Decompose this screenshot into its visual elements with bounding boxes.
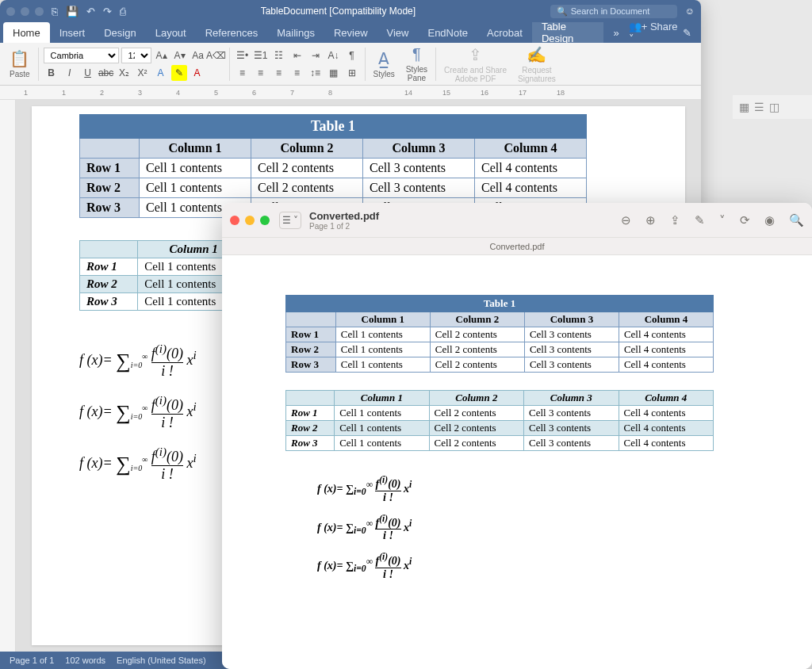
strike-icon[interactable]: abc xyxy=(98,65,114,81)
dropdown-icon[interactable]: ˅ xyxy=(719,213,726,227)
text-effect-icon[interactable]: A xyxy=(153,65,169,81)
increase-indent-icon[interactable]: ⇥ xyxy=(308,48,324,63)
pdf-table-1: Table 1 Column 1 Column 2 Column 3 Colum… xyxy=(285,295,714,373)
table1-title[interactable]: Table 1 xyxy=(80,115,587,139)
zoom-out-icon[interactable]: ⊖ xyxy=(621,213,631,227)
tab-mailings[interactable]: Mailings xyxy=(267,22,324,43)
zoom-in-icon[interactable]: ⊕ xyxy=(645,213,656,227)
tab-view[interactable]: View xyxy=(377,22,419,43)
font-size-select[interactable]: 12 xyxy=(121,48,151,63)
shading-icon[interactable]: ▦ xyxy=(326,65,342,81)
numbering-icon[interactable]: ☰1 xyxy=(253,48,269,63)
tab-layout[interactable]: Layout xyxy=(146,22,196,43)
tab-design[interactable]: Design xyxy=(94,22,145,43)
search-icon[interactable]: 🔍 xyxy=(789,213,804,227)
pdf-equation-2: f (x)= ∑i=0∞ f(i)(0)i ! xi xyxy=(317,514,717,543)
tab-overflow[interactable]: » xyxy=(603,22,628,43)
word-count[interactable]: 102 words xyxy=(65,656,105,665)
language-indicator[interactable]: English (United States) xyxy=(117,656,206,665)
styles-icon[interactable]: A̲ xyxy=(378,49,389,68)
tab-endnote[interactable]: EndNote xyxy=(418,22,477,43)
align-center-icon[interactable]: ≡ xyxy=(253,65,269,81)
comments-icon[interactable]: ✎ xyxy=(683,27,691,39)
line-spacing-icon[interactable]: ↕≡ xyxy=(308,65,324,81)
sort-icon[interactable]: A↓ xyxy=(326,48,342,63)
share-icon[interactable]: ⇪ xyxy=(670,213,680,227)
highlight-icon[interactable]: ◉ xyxy=(764,213,775,227)
horizontal-ruler[interactable]: 1 1 2 3 4 5 6 7 8 14 15 16 17 18 xyxy=(0,86,701,100)
pdf-equation-1: f (x)= ∑i=0∞ f(i)(0)i ! xi xyxy=(317,475,717,504)
italic-icon[interactable]: I xyxy=(62,65,78,81)
save-icon[interactable]: 💾 xyxy=(66,6,79,17)
document-title: TableDocument [Compatibility Mode] xyxy=(126,6,550,17)
subscript-icon[interactable]: X₂ xyxy=(117,65,132,81)
bullets-icon[interactable]: ☰• xyxy=(235,48,251,63)
styles-pane-icon[interactable]: ¶ xyxy=(412,45,421,63)
show-marks-icon[interactable]: ¶ xyxy=(344,48,360,63)
preview-toolbar: ⊖ ⊕ ⇪ ✎ ˅ ⟳ ◉ 🔍 xyxy=(621,213,804,227)
tab-references[interactable]: References xyxy=(196,22,267,43)
autosave-icon[interactable]: ⎘ xyxy=(52,6,58,17)
increase-font-icon[interactable]: A▴ xyxy=(154,48,170,63)
pdf-page[interactable]: Table 1 Column 1 Column 2 Column 3 Colum… xyxy=(222,255,812,669)
clear-format-icon[interactable]: A⌫ xyxy=(209,48,224,63)
tab-review[interactable]: Review xyxy=(324,22,377,43)
preview-traffic-lights[interactable] xyxy=(230,216,270,225)
undo-icon[interactable]: ↶ xyxy=(86,6,95,17)
pdf-page-indicator: Page 1 of 2 xyxy=(309,222,621,231)
signatures-icon[interactable]: ✍ xyxy=(527,45,546,64)
decrease-font-icon[interactable]: A▾ xyxy=(172,48,188,63)
justify-icon[interactable]: ≡ xyxy=(289,65,305,81)
align-right-icon[interactable]: ≡ xyxy=(271,65,287,81)
redo-icon[interactable]: ↷ xyxy=(103,6,112,17)
tab-insert[interactable]: Insert xyxy=(50,22,95,43)
ribbon-tabs: Home Insert Design Layout References Mai… xyxy=(0,22,701,43)
rotate-icon[interactable]: ⟳ xyxy=(740,213,750,227)
background-toolbar: ▦ ☰ ◫ xyxy=(733,95,812,119)
decrease-indent-icon[interactable]: ⇤ xyxy=(289,48,305,63)
font-name-select[interactable]: Cambria xyxy=(44,48,119,63)
vertical-ruler[interactable] xyxy=(0,100,16,652)
word-titlebar: ⎘ 💾 ↶ ↷ ⎙ TableDocument [Compatibility M… xyxy=(0,0,701,22)
align-left-icon[interactable]: ≡ xyxy=(235,65,251,81)
change-case-icon[interactable]: Aa xyxy=(190,48,206,63)
pdf-equation-3: f (x)= ∑i=0∞ f(i)(0)i ! xi xyxy=(317,552,717,581)
superscript-icon[interactable]: X² xyxy=(135,65,151,81)
paste-icon[interactable]: 📋 xyxy=(10,49,29,68)
borders-icon[interactable]: ⊞ xyxy=(344,65,360,81)
font-color-icon[interactable]: A xyxy=(190,65,205,81)
share-button[interactable]: 👥+ Share ˅ xyxy=(629,21,678,44)
print-icon[interactable]: ⎙ xyxy=(120,6,126,17)
underline-icon[interactable]: U xyxy=(80,65,96,81)
quick-access-toolbar[interactable]: ⎘ 💾 ↶ ↷ ⎙ xyxy=(52,6,126,17)
page-indicator[interactable]: Page 1 of 1 xyxy=(10,656,54,665)
account-icon[interactable]: ☺ xyxy=(685,6,695,17)
sidebar-toggle-icon[interactable]: ☰ ˅ xyxy=(279,212,301,229)
tab-acrobat[interactable]: Acrobat xyxy=(477,22,532,43)
preview-tab[interactable]: Converted.pdf xyxy=(222,238,812,255)
tab-home[interactable]: Home xyxy=(3,22,50,43)
traffic-lights[interactable] xyxy=(6,7,44,16)
search-box[interactable]: 🔍 Search in Document xyxy=(550,5,677,18)
markup-icon[interactable]: ✎ xyxy=(695,213,705,227)
pdf-title: Converted.pdf xyxy=(309,210,621,222)
adobe-pdf-icon[interactable]: ⇪ xyxy=(469,45,482,64)
highlight-icon[interactable]: ✎ xyxy=(171,65,187,81)
bold-icon[interactable]: B xyxy=(44,65,59,81)
preview-titlebar: ☰ ˅ Converted.pdf Page 1 of 2 ⊖ ⊕ ⇪ ✎ ˅ … xyxy=(222,203,812,238)
ribbon: 📋 Paste Cambria 12 A▴ A▾ Aa A⌫ B I U abc… xyxy=(0,43,701,86)
preview-window: ☰ ˅ Converted.pdf Page 1 of 2 ⊖ ⊕ ⇪ ✎ ˅ … xyxy=(222,203,812,669)
multilevel-icon[interactable]: ☷ xyxy=(271,48,287,63)
pdf-table-2: Column 1 Column 2 Column 3 Column 4 Row … xyxy=(285,390,714,451)
paste-group: 📋 Paste xyxy=(6,49,33,78)
list-icon[interactable]: ☰ xyxy=(754,101,764,113)
columns-icon[interactable]: ◫ xyxy=(769,101,779,113)
grid-icon[interactable]: ▦ xyxy=(739,101,749,113)
tab-table-design[interactable]: Table Design xyxy=(532,22,604,43)
